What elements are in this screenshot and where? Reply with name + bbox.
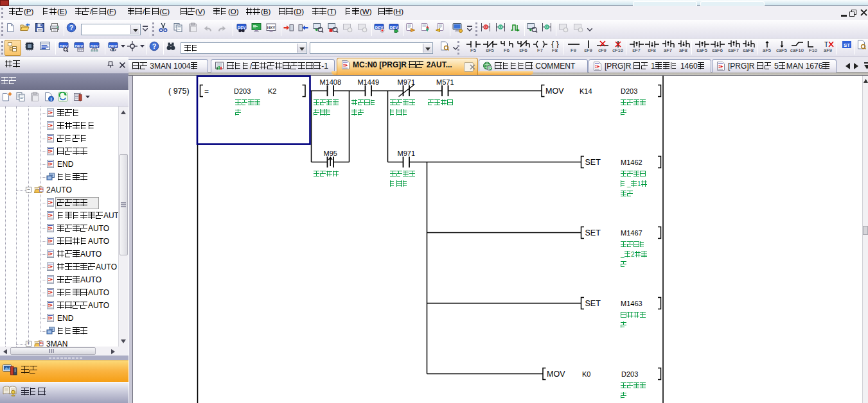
- svg-text:( 975): ( 975): [168, 87, 190, 96]
- svg-text:K14: K14: [580, 87, 592, 95]
- svg-text:SET: SET: [585, 158, 601, 167]
- svg-text:M1408: M1408: [319, 78, 341, 86]
- svg-text:M1462: M1462: [621, 159, 642, 166]
- svg-text:K2: K2: [268, 87, 276, 95]
- svg-text:M971: M971: [397, 150, 415, 157]
- svg-text:K0: K0: [582, 370, 590, 378]
- svg-text:D203: D203: [621, 370, 638, 378]
- svg-text:D203: D203: [621, 87, 637, 95]
- svg-text:SET: SET: [585, 299, 601, 308]
- svg-text:M1467: M1467: [621, 229, 642, 237]
- svg-text:M95: M95: [324, 150, 337, 157]
- svg-text:MOV: MOV: [547, 370, 565, 379]
- svg-text:SET: SET: [585, 228, 601, 237]
- svg-text:MOV: MOV: [545, 87, 564, 96]
- svg-text:M1463: M1463: [621, 300, 642, 307]
- svg-text:D203: D203: [234, 87, 251, 95]
- svg-text:M971: M971: [397, 78, 415, 86]
- svg-text:M1449: M1449: [357, 78, 379, 86]
- svg-text:M571: M571: [436, 78, 454, 86]
- svg-text:=: =: [204, 87, 209, 96]
